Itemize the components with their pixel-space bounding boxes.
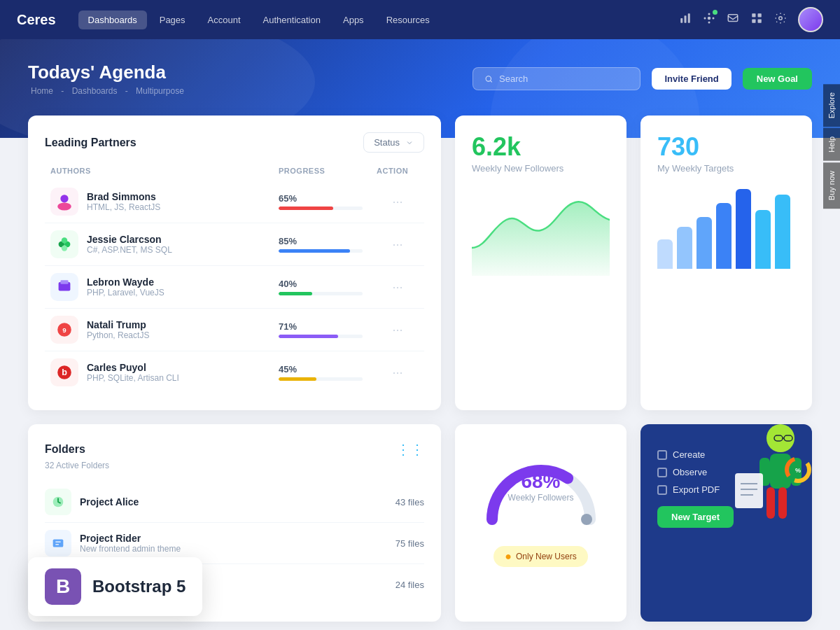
- nav-pages[interactable]: Pages: [150, 10, 195, 29]
- grid-icon[interactable]: [750, 12, 763, 27]
- buy-now-tab[interactable]: Buy now: [823, 162, 840, 209]
- message-icon[interactable]: [727, 12, 739, 27]
- svg-rect-12: [758, 20, 762, 23]
- bar: [755, 210, 771, 269]
- svg-point-16: [57, 202, 71, 210]
- nav-dashboards[interactable]: Dashboards: [78, 10, 147, 29]
- folder-icon: [45, 489, 71, 515]
- table-row: Brad Simmons HTML, JS, ReactJS 65% ···: [45, 181, 424, 223]
- checkbox-icon: [657, 450, 667, 460]
- bar: [716, 203, 732, 269]
- followers-card: 6.2k Weekly New Followers: [455, 115, 626, 410]
- invite-friend-button[interactable]: Invite Friend: [652, 68, 731, 90]
- action-menu-button[interactable]: ···: [377, 195, 419, 209]
- nav-authentication[interactable]: Authentication: [253, 10, 330, 29]
- new-target-illustration: %: [721, 424, 812, 543]
- svg-point-19: [62, 237, 67, 243]
- bar: [696, 217, 712, 269]
- nav-menu: Dashboards Pages Account Authentication …: [78, 10, 662, 29]
- table-row: Jessie Clarcson C#, ASP.NET, MS SQL 85% …: [45, 223, 424, 266]
- table-row: 9 Natali Trump Python, ReactJS 71% ···: [45, 309, 424, 351]
- targets-card: 730 My Weekly Targets: [640, 115, 812, 410]
- svg-rect-0: [680, 18, 682, 23]
- followers-chart: [472, 185, 610, 269]
- explore-tab[interactable]: Explore: [823, 84, 840, 127]
- svg-rect-34: [735, 473, 763, 508]
- svg-point-4: [708, 13, 710, 15]
- svg-text:9: 9: [62, 326, 66, 334]
- gauge-percent: 68%: [508, 470, 574, 493]
- only-new-users-badge: ● Only New Users: [493, 538, 587, 567]
- svg-point-6: [704, 18, 706, 20]
- leading-partners-title: Leading Partners: [45, 136, 136, 149]
- table-row: Lebron Wayde PHP, Laravel, VueJS 40% ···: [45, 266, 424, 309]
- nav-apps[interactable]: Apps: [333, 10, 374, 29]
- page-title: Todays' Agenda: [28, 62, 461, 83]
- action-menu-button[interactable]: ···: [377, 365, 419, 380]
- svg-point-13: [779, 17, 783, 20]
- gauge-label: Weekly Followers: [508, 493, 574, 503]
- bar: [677, 227, 692, 269]
- svg-text:b: b: [62, 368, 67, 377]
- side-panel: Explore Help Buy now: [823, 84, 840, 209]
- action-menu-button[interactable]: ···: [377, 323, 419, 337]
- targets-bar-chart: [657, 185, 795, 269]
- avatar: b: [50, 358, 78, 386]
- bootstrap-icon: B: [45, 568, 81, 605]
- status-dropdown[interactable]: Status: [363, 132, 424, 153]
- svg-text:%: %: [795, 467, 801, 474]
- svg-rect-10: [758, 13, 762, 17]
- table-row: b Carles Puyol PHP, SQLite, Artisan CLI …: [45, 351, 424, 393]
- new-goal-button[interactable]: New Goal: [743, 68, 812, 90]
- bar: [736, 189, 751, 269]
- svg-point-28: [766, 424, 794, 452]
- nav-resources[interactable]: Resources: [377, 10, 440, 29]
- avatar: 9: [50, 316, 78, 344]
- svg-rect-11: [752, 20, 755, 23]
- new-target-card: % Cereate Observe Export PDF: [640, 424, 812, 622]
- nav-account[interactable]: Account: [198, 10, 251, 29]
- avatar: [50, 230, 78, 258]
- leading-partners-card: Leading Partners Status AUTHORS PROGRESS…: [28, 115, 441, 410]
- bar-chart-icon[interactable]: [679, 12, 692, 27]
- folders-title: Folders: [45, 443, 85, 456]
- main-content: Leading Partners Status AUTHORS PROGRESS…: [0, 115, 840, 630]
- search-bar[interactable]: [472, 67, 640, 90]
- targets-number: 730: [657, 132, 795, 162]
- bar: [657, 239, 673, 269]
- svg-rect-45: [53, 540, 64, 547]
- bootstrap-label: Bootstrap 5: [92, 577, 186, 596]
- navbar-icons: [679, 7, 823, 32]
- bootstrap-badge: B Bootstrap 5: [28, 557, 202, 616]
- svg-point-20: [62, 245, 67, 251]
- content-grid: Leading Partners Status AUTHORS PROGRESS…: [28, 115, 812, 630]
- chevron-down-icon: [405, 139, 414, 147]
- gauge-card: 68% Weekly Followers ● Only New Users: [455, 424, 626, 622]
- followers-number: 6.2k: [472, 132, 610, 162]
- breadcrumb: Home - Dashboards - Multipurpose: [28, 86, 461, 96]
- checkbox-icon: [657, 468, 667, 477]
- svg-point-5: [708, 22, 710, 24]
- svg-point-27: [581, 514, 592, 525]
- folders-subtitle: 32 Active Folders: [45, 461, 424, 470]
- avatar: [50, 273, 78, 301]
- svg-rect-8: [728, 15, 738, 22]
- settings-icon[interactable]: [774, 12, 787, 27]
- list-item: Project Alice 43 files: [45, 482, 424, 523]
- action-menu-button[interactable]: ···: [377, 237, 419, 252]
- sparkles-icon[interactable]: [703, 12, 715, 27]
- search-icon: [484, 74, 493, 84]
- svg-point-7: [713, 18, 715, 20]
- user-avatar[interactable]: [798, 7, 823, 32]
- svg-rect-2: [688, 13, 690, 23]
- targets-label: My Weekly Targets: [657, 163, 795, 174]
- svg-rect-22: [60, 280, 68, 284]
- table-header: AUTHORS PROGRESS ACTION: [45, 167, 424, 175]
- svg-point-3: [708, 17, 711, 20]
- svg-rect-32: [766, 487, 775, 519]
- action-menu-button[interactable]: ···: [377, 280, 419, 295]
- svg-point-14: [486, 76, 491, 80]
- help-tab[interactable]: Help: [823, 128, 840, 161]
- search-input[interactable]: [499, 74, 629, 84]
- folders-menu-icon[interactable]: ⋮⋮: [396, 441, 424, 458]
